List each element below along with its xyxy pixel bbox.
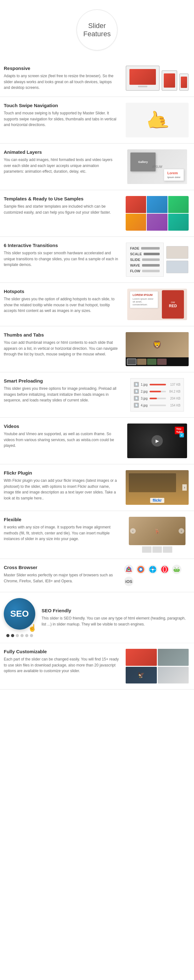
flexible-main: 🦌 ‹ ›	[129, 517, 186, 545]
flickr-mock: › flickr	[126, 470, 189, 505]
feature-transitions: FADE SCALE SLIDE WAVE	[0, 237, 194, 283]
feature-text-touch: Touch Swipe Navigation Touch and mouse s…	[4, 103, 119, 128]
feature-title-templates: Templates & Ready to Use Samples	[4, 196, 119, 201]
layer-card-text: Ipsum dolor	[167, 176, 180, 179]
video-play-button[interactable]: ▶	[151, 435, 163, 447]
video-mock: ▶ YouTube V	[127, 423, 187, 458]
transition-wave: WAVE	[130, 262, 160, 268]
seo-hand-icon: ☝	[28, 624, 37, 632]
feature-row-thumbs: 🦁 Thumbs and Tabs You can add thumbnail …	[0, 326, 194, 372]
feature-text-preloading: Smart Preloading This slider gives you t…	[4, 378, 119, 403]
feature-desc-templates: Sample files and starter templates are i…	[4, 204, 119, 215]
transition-scale-label: SCALE	[130, 252, 142, 256]
seo-circle-wrapper: SEO ☝	[4, 598, 35, 637]
feature-text-hotspots: Hotspots The slider gives you the option…	[4, 289, 119, 314]
browser-ios-icon: iOS	[124, 577, 134, 586]
file-item-3: 📄 3.jpg 204 KB	[134, 395, 180, 402]
file-size-3: 204 KB	[168, 397, 180, 400]
seo-dot-4[interactable]	[21, 634, 24, 637]
flickr-logo: flickr	[150, 498, 164, 503]
template-cell-1	[126, 196, 146, 213]
thumb-mini-1[interactable]	[127, 359, 136, 365]
hotspot-tooltip: LOREM IPSUM Lorem ipsum dolor sit amet, …	[130, 291, 158, 308]
flexible-animal: 🦌	[129, 517, 186, 545]
feature-row-cross-browser: Cross Browser Master Slider works perfec…	[0, 559, 194, 592]
flexible-thumb-3[interactable]	[163, 546, 172, 553]
transition-preview-1	[166, 246, 188, 259]
hotspot-tshirt: OM RED	[162, 290, 184, 318]
feature-animated-layers: Gallery Lorem Ipsum dolor IPSUM Animated…	[0, 144, 194, 190]
feature-image-responsive	[124, 65, 190, 91]
seo-dot-5[interactable]	[25, 634, 29, 637]
svg-point-3	[128, 568, 130, 570]
flexible-prev[interactable]: ‹	[130, 528, 136, 534]
seo-dot-6[interactable]	[30, 634, 33, 637]
custom-cell-2	[158, 649, 189, 666]
feature-title-layers: Animated Layers	[4, 150, 119, 155]
feature-row-flexible: 🦌 ‹ › Flexible It works with any size of…	[0, 511, 194, 559]
feature-row-transitions: FADE SCALE SLIDE WAVE	[0, 237, 194, 283]
file-icon-2: 📄	[134, 389, 139, 394]
feature-image-flickr: › flickr	[124, 470, 190, 505]
flexible-wrapper: 🦌 ‹ ›	[129, 517, 186, 553]
feature-text-flickr: Flickr Plugin With Flickr plugin you can…	[4, 470, 119, 501]
feature-title-cross-browser: Cross Browser	[4, 565, 119, 570]
file-icon-4: 📄	[134, 403, 139, 408]
file-bar-fill-3	[149, 398, 157, 399]
file-size-2: 84.2 KB	[168, 390, 180, 393]
file-bar-fill-2	[149, 391, 161, 392]
file-icon-3: 📄	[134, 396, 139, 401]
seo-dot-3[interactable]	[16, 634, 19, 637]
template-cell-4	[126, 214, 146, 231]
custom-cell-4	[158, 667, 189, 684]
svg-point-17	[175, 570, 176, 570]
browser-opera-icon	[160, 565, 169, 574]
feature-desc-hotspots: The slider gives you the option of addin…	[4, 296, 119, 314]
thumb-mini-3[interactable]	[147, 359, 156, 365]
feature-text-videos: Videos Youtube and Vimeo are supported, …	[4, 423, 119, 449]
svg-rect-16	[179, 569, 180, 571]
transition-fade: FADE	[130, 245, 160, 251]
file-size-1: 137 KB	[168, 383, 180, 386]
feature-row-templates: Templates & Ready to Use Samples Sample …	[0, 190, 194, 237]
feature-title-preloading: Smart Preloading	[4, 378, 119, 383]
file-item-4: 📄 4.jpg 154 KB	[134, 402, 180, 409]
hotspot-tooltip-text: Lorem ipsum dolor sit amet, consectetuer…	[133, 298, 155, 306]
feature-flexible: 🦌 ‹ › Flexible It works with any size of…	[0, 511, 194, 559]
seo-dots	[6, 634, 33, 637]
feature-row-customizable: Fully Customizable Each part of the slid…	[0, 643, 194, 689]
feature-text-thumbs: Thumbs and Tabs You can add thumbnail im…	[4, 332, 119, 357]
feature-row-videos: ▶ YouTube V Videos Youtube and Vimeo are…	[0, 418, 194, 464]
feature-hotspots: Hotspots The slider gives you the option…	[0, 283, 194, 326]
flickr-nav-arrow[interactable]: ›	[182, 484, 187, 491]
transition-wave-bar	[142, 264, 160, 267]
seo-label: SEO	[10, 609, 29, 619]
flexible-nav-dots	[142, 546, 172, 553]
file-size-4: 154 KB	[168, 404, 180, 407]
feature-image-cross-browser: iOS	[124, 565, 190, 586]
transition-flow-bar	[142, 270, 160, 272]
thumb-mini-2[interactable]	[137, 359, 146, 365]
feature-image-hotspots: LOREM IPSUM Lorem ipsum dolor sit amet, …	[124, 289, 190, 320]
flexible-thumb-2[interactable]	[153, 546, 162, 553]
svg-line-20	[178, 567, 178, 568]
seo-dot-1[interactable]	[6, 634, 10, 637]
file-icon-1: 📄	[134, 382, 139, 387]
browser-chrome-icon	[124, 565, 134, 574]
transition-fade-bar	[141, 247, 160, 250]
feature-text-cross-browser: Cross Browser Master Slider works perfec…	[4, 565, 119, 584]
seo-dot-2[interactable]	[11, 634, 14, 637]
templates-mock	[126, 196, 189, 231]
header-title-line2: Features	[83, 30, 111, 38]
feature-title-customizable: Fully Customizable	[4, 649, 119, 654]
thumb-mini-4[interactable]	[157, 359, 167, 365]
transition-scale-bar	[144, 253, 160, 255]
file-bar-fill-1	[149, 384, 166, 385]
template-cell-2	[147, 196, 167, 213]
flexible-thumb-1[interactable]	[142, 546, 151, 553]
feature-image-templates	[124, 196, 190, 231]
svg-point-12	[161, 566, 168, 573]
custom-cell-1	[126, 649, 157, 666]
flexible-next[interactable]: ›	[178, 528, 184, 534]
file-bar-2	[149, 391, 166, 392]
